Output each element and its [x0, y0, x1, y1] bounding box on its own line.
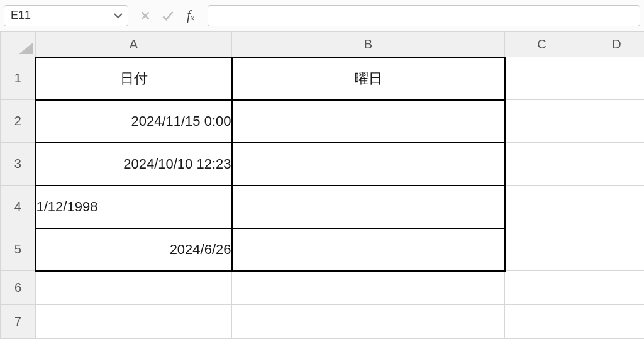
cell-B4[interactable]	[232, 186, 505, 228]
col-header-A[interactable]: A	[36, 32, 232, 57]
cell-C6[interactable]	[505, 271, 579, 305]
col-header-B[interactable]: B	[232, 32, 505, 57]
row-header-7[interactable]: 7	[1, 305, 36, 339]
cell-C1[interactable]	[505, 57, 579, 100]
cell-C5[interactable]	[505, 228, 579, 271]
formula-bar: E11 fx	[0, 0, 644, 31]
cell-B6[interactable]	[232, 271, 505, 305]
cell-B7[interactable]	[232, 305, 505, 339]
cell-D5[interactable]	[579, 228, 645, 271]
cell-A2[interactable]: 2024/11/15 0:00	[36, 100, 232, 143]
cell-A6[interactable]	[36, 271, 232, 305]
cell-C3[interactable]	[505, 143, 579, 186]
col-header-C[interactable]: C	[505, 32, 579, 57]
cell-B3[interactable]	[232, 143, 505, 186]
fx-icon[interactable]: fx	[184, 9, 197, 23]
col-header-D[interactable]: D	[579, 32, 645, 57]
row-header-2[interactable]: 2	[1, 100, 36, 143]
formula-bar-icons: fx	[135, 9, 201, 23]
cell-C4[interactable]	[505, 186, 579, 228]
cell-A3[interactable]: 2024/10/10 12:23	[36, 143, 232, 186]
cell-D1[interactable]	[579, 57, 645, 100]
row-header-1[interactable]: 1	[1, 57, 36, 100]
row-header-4[interactable]: 4	[1, 186, 36, 228]
spreadsheet-grid: A B C D 1 日付 曜日 2 2024/11/15 0:00 3 2024…	[0, 31, 644, 339]
chevron-down-icon[interactable]	[113, 10, 124, 21]
cell-D2[interactable]	[579, 100, 645, 143]
row-header-3[interactable]: 3	[1, 143, 36, 186]
cell-C2[interactable]	[505, 100, 579, 143]
cell-B5[interactable]	[232, 228, 505, 271]
row-header-6[interactable]: 6	[1, 271, 36, 305]
cell-A7[interactable]	[36, 305, 232, 339]
enter-icon	[161, 9, 175, 23]
cell-A4[interactable]: 1/12/1998	[36, 186, 232, 228]
name-box[interactable]: E11	[4, 5, 128, 26]
cell-A1[interactable]: 日付	[36, 57, 232, 100]
cell-A5[interactable]: 2024/6/26	[36, 228, 232, 271]
select-all-corner[interactable]	[1, 32, 36, 57]
cell-B2[interactable]	[232, 100, 505, 143]
cell-D7[interactable]	[579, 305, 645, 339]
row-header-5[interactable]: 5	[1, 228, 36, 271]
cancel-icon	[138, 9, 152, 23]
cell-D6[interactable]	[579, 271, 645, 305]
cell-C7[interactable]	[505, 305, 579, 339]
cell-B1[interactable]: 曜日	[232, 57, 505, 100]
formula-input[interactable]	[208, 5, 640, 26]
name-box-value: E11	[11, 9, 31, 22]
cell-D4[interactable]	[579, 186, 645, 228]
cell-D3[interactable]	[579, 143, 645, 186]
sheet-area: A B C D 1 日付 曜日 2 2024/11/15 0:00 3 2024…	[0, 31, 644, 339]
